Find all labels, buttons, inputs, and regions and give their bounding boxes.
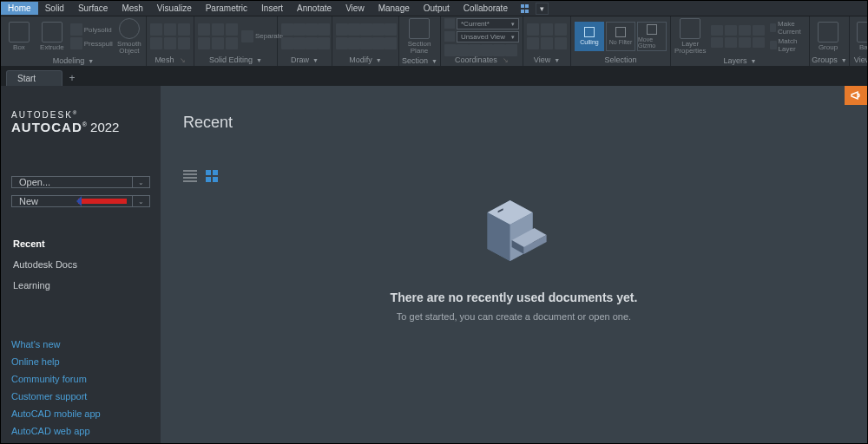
menu-manage[interactable]: Manage	[372, 2, 417, 15]
sidebar-item-recent[interactable]: Recent	[11, 233, 150, 254]
open-dropdown[interactable]: ⌄	[132, 177, 149, 187]
menu-output[interactable]: Output	[417, 2, 457, 15]
ucs-current-select[interactable]: *Current*▾	[457, 18, 519, 29]
link-whats-new[interactable]: What's new	[11, 339, 150, 349]
sidebar: AUTODESK® AUTOCAD® 2022 Open... ⌄ New ⌄ …	[1, 86, 161, 444]
empty-subtitle: To get started, you can create a documen…	[391, 311, 638, 322]
view-tools[interactable]	[527, 23, 567, 49]
panel-label-draw[interactable]: Draw	[291, 56, 309, 64]
layer-properties-button[interactable]: Layer Properties	[674, 18, 706, 55]
menu-insert[interactable]: Insert	[254, 2, 290, 15]
panel-coordinates: *Current*▾ Unsaved View▾ Coordinates ↘	[441, 16, 523, 66]
menu-bar: Home Solid Surface Mesh Visualize Parame…	[1, 1, 867, 16]
panel-modeling: Box Extrude Polysolid Presspull Smooth O…	[1, 16, 147, 66]
panel-label-view-base[interactable]: View	[854, 56, 868, 64]
menu-collaborate[interactable]: Collaborate	[457, 2, 515, 15]
file-cabinet-icon	[475, 195, 553, 273]
panel-label-modify[interactable]: Modify	[349, 56, 372, 64]
presspull-button[interactable]: Presspull	[70, 37, 113, 49]
layer-tools[interactable]	[711, 25, 765, 48]
modify-tools[interactable]	[336, 23, 395, 49]
panel-groups: Group Groups▼	[810, 16, 850, 66]
box-button[interactable]: Box	[4, 22, 34, 51]
svg-rect-1	[525, 4, 529, 8]
move-gizmo-toggle[interactable]: Move Gizmo	[637, 22, 667, 51]
polysolid-button[interactable]: Polysolid	[70, 23, 113, 36]
panel-label-section[interactable]: Section	[402, 56, 428, 65]
coord-tools[interactable]	[444, 44, 516, 53]
mesh-tools[interactable]	[150, 23, 190, 49]
match-layer-button[interactable]: Match Layer	[770, 37, 806, 53]
smooth-object-button[interactable]: Smooth Object	[116, 18, 142, 55]
content-area: Recent There are no recently used docume…	[161, 86, 867, 444]
empty-title: There are no recently used documents yet…	[391, 291, 638, 304]
panel-label-view[interactable]: View	[534, 56, 550, 64]
panel-draw: Draw▼	[278, 16, 332, 66]
culling-toggle[interactable]: Culling	[575, 22, 604, 51]
solid-editing-tools[interactable]	[198, 23, 238, 49]
view-grid-toggle[interactable]	[206, 170, 220, 182]
menu-parametric[interactable]: Parametric	[199, 2, 254, 15]
panel-mesh: Mesh ↘	[147, 16, 194, 66]
megaphone-icon	[850, 89, 862, 101]
new-button[interactable]: New ⌄	[11, 195, 150, 207]
group-button[interactable]: Group	[813, 22, 843, 51]
open-button[interactable]: Open... ⌄	[11, 176, 150, 188]
annotation-arrow	[78, 199, 127, 204]
section-plane-button[interactable]: Section Plane	[403, 18, 436, 55]
sidebar-nav: Recent Autodesk Docs Learning	[11, 233, 150, 296]
sidebar-item-autodesk-docs[interactable]: Autodesk Docs	[11, 254, 150, 275]
svg-rect-0	[521, 4, 524, 8]
panel-label-layers[interactable]: Layers	[724, 56, 747, 65]
link-online-help[interactable]: Online help	[11, 356, 150, 367]
sidebar-item-learning[interactable]: Learning	[11, 275, 150, 296]
no-filter-toggle[interactable]: No Filter	[606, 22, 635, 51]
link-web-app[interactable]: AutoCAD web app	[11, 426, 150, 436]
unsaved-view-select[interactable]: Unsaved View▾	[457, 31, 519, 42]
base-button[interactable]: Base	[853, 22, 868, 51]
panel-label-solid-editing[interactable]: Solid Editing	[209, 56, 253, 64]
chevron-down-icon: ▼	[88, 58, 94, 64]
announcements-button[interactable]	[845, 86, 867, 105]
view-list-toggle[interactable]	[183, 170, 197, 182]
panel-label-modeling[interactable]: Modeling	[53, 56, 85, 65]
menu-home[interactable]: Home	[1, 2, 38, 15]
draw-tools[interactable]	[281, 23, 328, 49]
panel-solid-editing: Separate Solid Editing▼	[194, 16, 278, 66]
sidebar-links: What's new Online help Community forum C…	[11, 339, 150, 436]
panel-view: View▼	[523, 16, 571, 66]
panel-view-base: Base View▼	[850, 16, 868, 66]
panel-modify: Modify▼	[332, 16, 399, 66]
empty-state: There are no recently used documents yet…	[391, 195, 638, 322]
menu-view[interactable]: View	[339, 2, 372, 15]
link-community-forum[interactable]: Community forum	[11, 374, 150, 384]
panel-layers: Layer Properties Make Current Match Laye…	[671, 16, 810, 66]
new-dropdown[interactable]: ⌄	[132, 196, 149, 206]
link-customer-support[interactable]: Customer support	[11, 391, 150, 402]
extrude-button[interactable]: Extrude	[37, 22, 67, 51]
menu-overflow[interactable]: ▾	[536, 3, 549, 15]
panel-label-mesh[interactable]: Mesh	[155, 56, 174, 64]
brand-autodesk: AUTODESK®	[11, 110, 150, 120]
menu-visualize[interactable]: Visualize	[150, 2, 199, 15]
featured-apps-icon[interactable]	[520, 3, 534, 15]
menu-solid[interactable]: Solid	[38, 2, 71, 15]
tab-start[interactable]: Start	[6, 70, 62, 86]
panel-label-groups[interactable]: Groups	[812, 56, 838, 64]
menu-surface[interactable]: Surface	[71, 2, 115, 15]
menu-mesh[interactable]: Mesh	[115, 2, 149, 15]
panel-label-selection: Selection	[604, 56, 636, 64]
menu-annotate[interactable]: Annotate	[290, 2, 339, 15]
document-tab-bar: Start +	[1, 67, 867, 86]
panel-section: Section Plane Section▼	[399, 16, 441, 66]
panel-selection: Culling No Filter Move Gizmo Selection	[571, 16, 671, 66]
panel-label-coordinates[interactable]: Coordinates	[455, 56, 497, 64]
brand-autocad: AUTOCAD® 2022	[11, 120, 150, 134]
ribbon: Box Extrude Polysolid Presspull Smooth O…	[1, 16, 867, 67]
new-tab-button[interactable]: +	[62, 72, 82, 86]
make-current-button[interactable]: Make Current	[770, 20, 806, 36]
svg-rect-2	[521, 10, 524, 13]
link-mobile-app[interactable]: AutoCAD mobile app	[11, 408, 150, 419]
main-area: AUTODESK® AUTOCAD® 2022 Open... ⌄ New ⌄ …	[1, 86, 867, 444]
page-title: Recent	[183, 114, 845, 132]
